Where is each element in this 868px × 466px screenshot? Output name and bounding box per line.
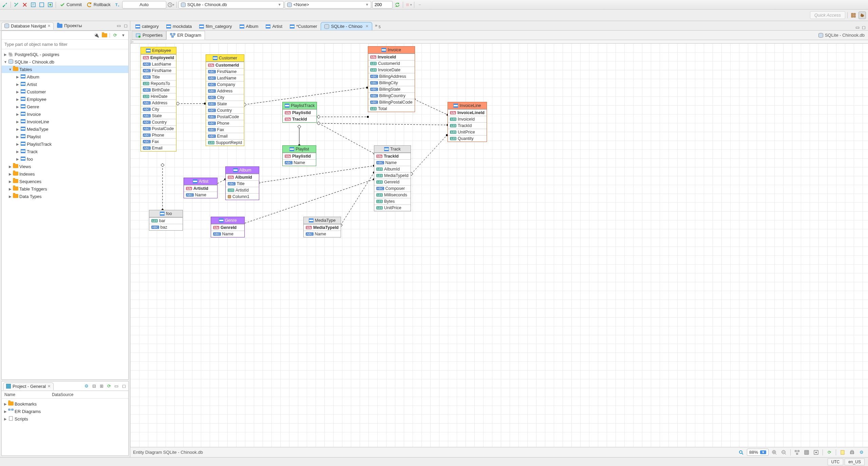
editor-tab[interactable]: film_category <box>195 22 235 30</box>
column[interactable]: ABCFirstName <box>141 67 176 74</box>
column[interactable]: 12₃MediaTypeId <box>304 224 341 231</box>
table-header[interactable]: Album <box>226 167 259 174</box>
expand-icon[interactable]: ▶ <box>8 172 13 176</box>
disconnect-icon[interactable] <box>21 1 29 8</box>
column[interactable]: 123bar <box>149 217 183 224</box>
editor-tab[interactable]: Artist <box>262 22 286 30</box>
tree-node-sqlite[interactable]: ▼SQLite - Chinook.db <box>2 58 128 66</box>
tree-node-table[interactable]: ▶Track <box>2 148 128 155</box>
er-canvas[interactable]: Employee12₃EmployeeIdABCLastNameABCFirst… <box>130 43 868 447</box>
tree-node-table[interactable]: ▶MediaType <box>2 125 128 133</box>
column[interactable]: ⁞⁞Column1 <box>226 193 259 200</box>
expand-icon[interactable]: ▶ <box>15 127 20 131</box>
table-header[interactable]: foo <box>149 210 183 217</box>
print-icon[interactable] <box>848 449 856 456</box>
column[interactable]: 123SupportRepId <box>206 139 244 146</box>
er-table-invoice[interactable]: Invoice12₃InvoiceId123CustomerId123Invoi… <box>368 46 415 112</box>
column[interactable]: 12₃PlaylistId <box>283 153 316 159</box>
column[interactable]: 12₃InvoiceLineId <box>448 109 487 116</box>
expand-icon[interactable]: ▶ <box>15 97 20 101</box>
table-header[interactable]: Genre <box>211 217 244 224</box>
zoom-out-icon[interactable] <box>780 449 788 456</box>
column[interactable]: ABCPhone <box>206 120 244 126</box>
column[interactable]: ABCPostalCode <box>206 113 244 120</box>
column[interactable]: 123InvoiceDate <box>368 67 415 73</box>
expand-icon[interactable]: ▶ <box>15 157 20 161</box>
projects-tab[interactable]: Проекты <box>54 22 84 29</box>
table-header[interactable]: InvoiceLine <box>448 102 487 109</box>
menu-icon[interactable]: ▾ <box>120 32 126 38</box>
perspective-icon[interactable] <box>850 12 857 19</box>
tree-node-table[interactable]: ▶foo <box>2 155 128 163</box>
er-table-genre[interactable]: Genre12₃GenreIdABCName <box>211 217 245 237</box>
column[interactable]: ABCBillingCity <box>368 79 415 86</box>
minimize-icon[interactable]: ▭ <box>854 24 861 30</box>
column[interactable]: 123UnitPrice <box>374 204 411 211</box>
tree-node-table[interactable]: ▶Artist <box>2 80 128 88</box>
status-timezone[interactable]: UTC <box>828 459 844 465</box>
minimize-icon[interactable]: ▭ <box>116 23 122 29</box>
active-db-combo[interactable]: SQLite - Chinook.db▼ <box>178 1 284 8</box>
tree-node-postgres[interactable]: ▶🐘PostgreSQL - postgres <box>2 51 128 58</box>
column[interactable]: ABCFax <box>206 126 244 133</box>
tree-node-table[interactable]: ▶Customer <box>2 88 128 95</box>
tree-node-views[interactable]: ▶Views <box>2 163 128 170</box>
refresh-icon[interactable]: ⟳ <box>112 32 118 38</box>
navigator-tab[interactable]: Database Navigat✕ <box>1 22 54 30</box>
column[interactable]: ABCTitle <box>141 74 176 80</box>
editor-tab[interactable]: category <box>132 22 163 30</box>
table-header[interactable]: PlaylistTrack <box>283 102 317 109</box>
tree-node-table[interactable]: ▶PlaylistTrack <box>2 140 128 148</box>
er-diagram-subtab[interactable]: ER Diagram <box>166 31 205 40</box>
expand-icon[interactable]: ▶ <box>8 165 13 168</box>
column[interactable]: ABCComposer <box>374 185 411 192</box>
tx-mode-icon[interactable]: T <box>114 1 121 8</box>
new-connection-icon[interactable] <box>1 1 9 8</box>
column[interactable]: ABCAddress <box>141 100 176 106</box>
tree-node-table[interactable]: ▶Playlist <box>2 133 128 140</box>
new-folder-icon[interactable] <box>101 32 108 38</box>
expand-icon[interactable]: ▶ <box>3 417 8 421</box>
tree-node-table[interactable]: ▶Invoice <box>2 110 128 118</box>
expand-icon[interactable]: ▶ <box>3 402 8 406</box>
minimize-icon[interactable]: ▭ <box>113 383 119 389</box>
expand-icon[interactable]: ▶ <box>15 83 20 86</box>
navigator-filter-input[interactable] <box>2 40 128 49</box>
column[interactable]: 123CustomerId <box>368 60 415 67</box>
close-icon[interactable]: ✕ <box>48 24 51 28</box>
maximize-icon[interactable]: ◻ <box>861 24 867 30</box>
column[interactable]: ABCCountry <box>141 119 176 125</box>
table-header[interactable]: Track <box>374 146 411 153</box>
collapse-icon[interactable]: ▼ <box>3 60 8 64</box>
column[interactable]: ABCbaz <box>149 224 183 230</box>
collapse-all-icon[interactable]: ⊟ <box>91 383 97 389</box>
column[interactable]: ABCCountry <box>206 107 244 113</box>
refresh-icon[interactable]: ⟳ <box>106 383 112 389</box>
expand-icon[interactable]: ▶ <box>15 142 20 146</box>
column[interactable]: 123Quantity <box>448 135 487 142</box>
column[interactable]: 123ReportsTo <box>141 80 176 87</box>
settings-icon[interactable]: ⚙ <box>858 449 865 456</box>
er-table-track[interactable]: Track12₃TrackIdABCName123AlbumId123Media… <box>374 145 411 211</box>
result-limit-input[interactable] <box>372 1 393 8</box>
table-header[interactable]: Artist <box>184 178 217 185</box>
column[interactable]: ABCBillingPostalCode <box>368 99 415 105</box>
tree-node-sequences[interactable]: ▶Sequences <box>2 178 128 185</box>
column[interactable]: 12₃ArtistId <box>184 185 217 192</box>
column[interactable]: 123UnitPrice <box>448 129 487 135</box>
zoom-combo[interactable]: 88%▼ <box>747 449 769 456</box>
column[interactable]: ABCEmail <box>141 145 176 151</box>
column[interactable]: ABCState <box>206 101 244 107</box>
maximize-icon[interactable]: ◻ <box>121 383 127 389</box>
editor-tab[interactable]: *Customer <box>286 22 321 30</box>
column[interactable]: 123AlbumId <box>374 166 411 172</box>
editor-tab[interactable]: mockdata <box>163 22 195 30</box>
project-tree-item[interactable]: ▶ER Diagrams <box>2 408 128 415</box>
column[interactable]: ABCFax <box>141 138 176 145</box>
expand-icon[interactable]: ▶ <box>8 195 13 198</box>
expand-icon[interactable]: ▶ <box>15 135 20 139</box>
column[interactable]: ABCCity <box>206 94 244 101</box>
expand-icon[interactable]: ▶ <box>3 410 8 413</box>
zoom-in-icon[interactable] <box>771 449 778 456</box>
tree-node-table[interactable]: ▶InvoiceLine <box>2 118 128 125</box>
